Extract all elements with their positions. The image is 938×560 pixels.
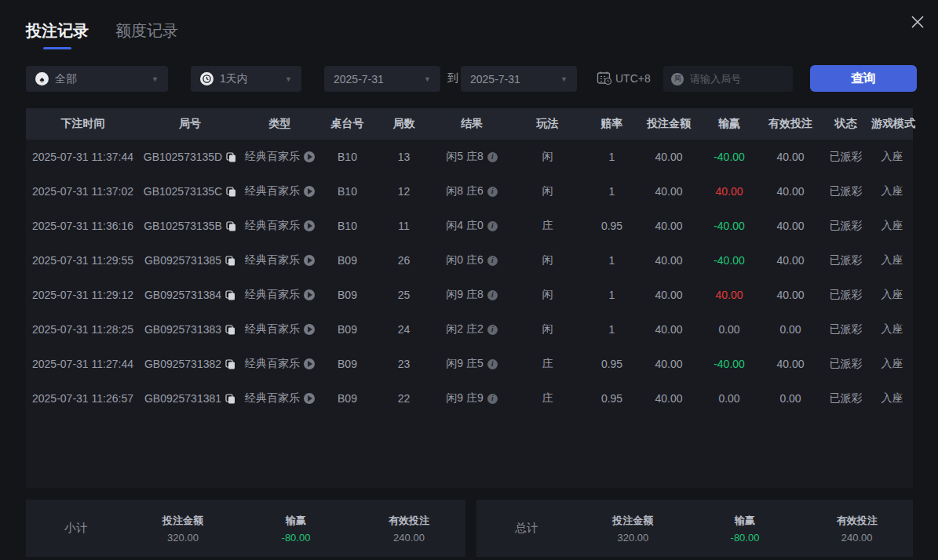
table-row[interactable]: 2025-07-31 11:27:44 GB0925731382 经典百家乐 B…: [26, 347, 913, 381]
round-id-text: GB0925731385: [144, 254, 221, 267]
cell-round-id: GB102573135C: [140, 185, 240, 198]
table-body: 2025-07-31 11:37:44 GB102573135D 经典百家乐 B…: [26, 140, 913, 416]
subtotal-panel: 小计 投注金额 320.00 输赢 -80.00 有效投注 240.00: [26, 500, 465, 557]
replay-video-icon[interactable]: [304, 393, 315, 404]
cell-round-id: GB102573135D: [140, 151, 240, 163]
cell-odds: 0.95: [584, 358, 640, 370]
cell-win-loss: 0.00: [698, 323, 761, 336]
table-row[interactable]: 2025-07-31 11:26:57 GB0925731381 经典百家乐 B…: [26, 381, 913, 416]
cell-game-mode: 入座: [871, 184, 913, 198]
result-text: 闲0 庄6: [446, 253, 483, 267]
info-icon[interactable]: i: [487, 152, 498, 162]
calendar-clock-icon: [597, 71, 612, 85]
info-icon[interactable]: i: [487, 187, 498, 197]
info-icon[interactable]: i: [487, 290, 498, 300]
info-icon[interactable]: i: [487, 359, 498, 369]
cell-status: 已派彩: [820, 253, 871, 267]
result-text: 闲9 庄5: [446, 357, 483, 371]
cell-round-number: 26: [375, 254, 433, 267]
cell-valid-bet: 0.00: [761, 323, 820, 336]
total-label: 总计: [476, 521, 577, 536]
table-row[interactable]: 2025-07-31 11:28:25 GB0925731383 经典百家乐 B…: [26, 312, 913, 347]
tab-betting-records-label: 投注记录: [26, 22, 89, 39]
copy-icon[interactable]: [226, 221, 236, 231]
chevron-down-icon: ▼: [151, 75, 159, 83]
subtotal-bet-amount-value: 320.00: [126, 532, 239, 544]
clock-icon: [200, 72, 214, 85]
cell-game-mode: 入座: [871, 150, 913, 164]
copy-icon[interactable]: [226, 187, 236, 197]
copy-icon[interactable]: [225, 290, 235, 300]
chevron-down-icon: ▼: [424, 75, 431, 83]
cell-status: 已派彩: [820, 357, 871, 371]
cell-result: 闲4 庄0 i: [433, 219, 511, 233]
cell-win-loss: -40.00: [698, 254, 761, 267]
cell-table-number: B09: [319, 289, 375, 301]
copy-icon[interactable]: [225, 256, 235, 266]
table-row[interactable]: 2025-07-31 11:29:55 GB0925731385 经典百家乐 B…: [26, 243, 913, 278]
cell-status: 已派彩: [820, 322, 871, 336]
cell-result: 闲2 庄2 i: [433, 322, 511, 336]
round-search-input[interactable]: [690, 73, 776, 85]
cell-win-loss: -40.00: [698, 358, 761, 370]
round-search-field[interactable]: 局: [663, 66, 793, 92]
table-row[interactable]: 2025-07-31 11:37:44 GB102573135D 经典百家乐 B…: [26, 140, 913, 174]
total-bet-amount: 投注金额 320.00: [577, 514, 689, 544]
spade-icon: ♠: [35, 72, 49, 85]
replay-video-icon[interactable]: [304, 186, 315, 197]
cell-bet-time: 2025-07-31 11:27:44: [26, 358, 140, 370]
copy-icon[interactable]: [226, 152, 236, 162]
cell-play-type: 闲: [511, 253, 584, 267]
cell-odds: 1: [584, 289, 640, 301]
cell-win-loss: 0.00: [698, 392, 761, 405]
filter-bar: ♠ 全部 ▼ 1天内 ▼ 2025-7-31 ▼ 到 2025-7-31 ▼: [26, 66, 917, 92]
tab-quota-records[interactable]: 额度记录: [115, 20, 178, 49]
date-from-select[interactable]: 2025-7-31 ▼: [324, 66, 440, 92]
game-type-select[interactable]: ♠ 全部 ▼: [26, 66, 168, 92]
cell-game-mode: 入座: [871, 219, 913, 233]
copy-icon[interactable]: [225, 359, 235, 369]
table-row[interactable]: 2025-07-31 11:37:02 GB102573135C 经典百家乐 B…: [26, 174, 913, 209]
cell-table-number: B10: [319, 220, 375, 232]
cell-result: 闲9 庄9 i: [433, 391, 511, 405]
game-type-text: 经典百家乐: [245, 322, 300, 336]
replay-video-icon[interactable]: [304, 324, 315, 335]
close-icon[interactable]: [908, 13, 927, 31]
table-row[interactable]: 2025-07-31 11:36:16 GB102573135B 经典百家乐 B…: [26, 209, 913, 243]
table-row[interactable]: 2025-07-31 11:29:12 GB0925731384 经典百家乐 B…: [26, 278, 913, 312]
date-to-label: 到: [447, 71, 458, 85]
tab-betting-records[interactable]: 投注记录: [26, 20, 89, 49]
round-id-text: GB102573135C: [144, 185, 222, 198]
replay-video-icon[interactable]: [304, 255, 315, 266]
cell-game-type: 经典百家乐: [240, 357, 319, 371]
replay-video-icon[interactable]: [304, 220, 315, 231]
date-to-select[interactable]: 2025-7-31 ▼: [461, 66, 577, 92]
query-button[interactable]: 查询: [810, 65, 917, 92]
time-range-select[interactable]: 1天内 ▼: [191, 66, 301, 92]
info-icon[interactable]: i: [487, 256, 498, 266]
cell-result: 闲9 庄8 i: [433, 288, 511, 302]
column-header: 局号: [140, 117, 240, 131]
cell-bet-time: 2025-07-31 11:29:55: [26, 254, 140, 267]
total-bet-amount-label: 投注金额: [577, 514, 689, 528]
replay-video-icon[interactable]: [304, 289, 315, 300]
cell-round-id: GB0925731384: [140, 289, 240, 301]
game-type-text: 经典百家乐: [245, 391, 300, 405]
info-icon[interactable]: i: [487, 394, 498, 404]
bet-records-table: 下注时间局号类型桌台号局数结果玩法赔率投注金额输赢有效投注状态游戏模式 2025…: [26, 108, 913, 488]
cell-bet-time: 2025-07-31 11:28:25: [26, 323, 140, 336]
game-type-value: 全部: [55, 72, 77, 86]
result-text: 闲8 庄6: [446, 184, 483, 198]
info-icon[interactable]: i: [487, 221, 498, 231]
cell-play-type: 庄: [511, 391, 584, 405]
cell-table-number: B09: [319, 358, 375, 370]
cell-status: 已派彩: [820, 150, 871, 164]
column-header: 输赢: [698, 117, 761, 131]
copy-icon[interactable]: [225, 325, 235, 335]
column-header: 结果: [433, 117, 511, 131]
info-icon[interactable]: i: [487, 325, 498, 335]
replay-video-icon[interactable]: [304, 151, 315, 162]
copy-icon[interactable]: [225, 394, 235, 404]
replay-video-icon[interactable]: [304, 358, 315, 369]
subtotal-winloss: 输赢 -80.00: [239, 514, 352, 544]
